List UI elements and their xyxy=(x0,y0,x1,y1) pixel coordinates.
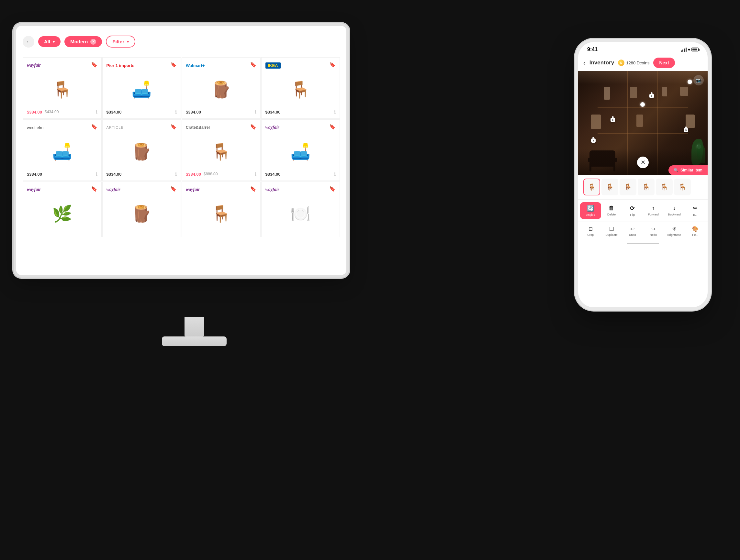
chevron-down-icon: ▾ xyxy=(127,39,129,44)
product-card[interactable]: IKEA 🔖 🪑 $334.00 ℹ xyxy=(261,57,340,119)
product-card[interactable]: ARTICLE. 🔖 🪵 $334.00 ℹ xyxy=(102,119,181,181)
info-icon[interactable]: ℹ xyxy=(96,172,97,177)
bookmark-icon[interactable]: 🔖 xyxy=(91,186,97,192)
edit-tool[interactable]: ✏ E... xyxy=(685,202,706,219)
camera-button[interactable]: 📷 xyxy=(693,75,704,85)
bookmark-icon[interactable]: 🔖 xyxy=(250,186,256,192)
info-icon[interactable]: ℹ xyxy=(96,109,97,115)
product-image: 🪑 xyxy=(265,72,336,107)
filter-all[interactable]: All ▾ xyxy=(38,36,61,47)
status-time: 9:41 xyxy=(587,46,597,52)
bookmark-icon[interactable]: 🔖 xyxy=(250,124,256,130)
brand-logo: west elm xyxy=(27,124,97,131)
product-image: 🌿 xyxy=(27,196,97,232)
bookmark-icon[interactable]: 🔖 xyxy=(329,186,336,192)
redo-tool[interactable]: ↪ Redo xyxy=(643,224,664,238)
bookmark-icon[interactable]: 🔖 xyxy=(329,124,336,130)
info-icon[interactable]: ℹ xyxy=(175,109,177,115)
backward-icon: ↓ xyxy=(673,205,676,212)
edit-label: E... xyxy=(693,213,698,216)
brand-logo: wayfair xyxy=(27,186,97,194)
monitor-stand xyxy=(162,317,226,346)
back-button[interactable]: ← xyxy=(23,36,34,47)
close-button[interactable]: ✕ xyxy=(637,156,649,168)
similar-item-label: Similar item xyxy=(680,168,703,173)
info-icon[interactable]: ℹ xyxy=(255,109,256,115)
dcoins-badge: D 1280 Dcoins xyxy=(618,60,649,66)
filter-modern[interactable]: Modern ✕ xyxy=(65,36,102,47)
product-card[interactable]: wayfair 🔖 🪑 xyxy=(182,182,261,237)
brand-logo: IKEA xyxy=(265,62,336,69)
bookmark-icon[interactable]: 🔖 xyxy=(91,62,97,68)
sale-price: $334.00 xyxy=(186,172,201,177)
bookmark-icon[interactable]: 🔖 xyxy=(170,124,177,130)
original-price: $434.00 xyxy=(45,110,59,114)
bookmark-icon[interactable]: 🔖 xyxy=(170,62,177,68)
page-title: Inventory xyxy=(589,60,615,66)
flip-icon: ⟳ xyxy=(630,205,635,212)
brand-logo: wayfair xyxy=(265,186,336,194)
brand-logo: Crate&Barrel xyxy=(186,124,256,131)
back-button[interactable]: ‹ xyxy=(583,59,585,67)
redo-icon: ↪ xyxy=(651,226,655,232)
room-image: $ $ $ $ xyxy=(578,71,708,175)
price: $334.00 xyxy=(106,110,122,115)
bookmark-icon[interactable]: 🔖 xyxy=(170,186,177,192)
dot-marker xyxy=(640,102,645,107)
forward-tool[interactable]: ↑ Forward xyxy=(643,202,664,219)
flip-tool[interactable]: ⟳ Flip xyxy=(622,202,643,219)
bookmark-icon[interactable]: 🔖 xyxy=(329,62,336,68)
product-image: 🛋️ xyxy=(27,134,97,170)
sale-price: $334.00 xyxy=(27,110,42,115)
product-card[interactable]: Walmart+ 🔖 🪵 $334.00 ℹ xyxy=(182,57,261,119)
product-card[interactable]: wayfair 🔖 🌿 xyxy=(23,182,102,237)
delete-tool[interactable]: 🗑 Delete xyxy=(601,202,622,219)
filter-dropdown[interactable]: Filter ▾ xyxy=(106,35,135,47)
angles-tool[interactable]: 🔄 Angles xyxy=(580,202,601,219)
brand-logo: wayfair xyxy=(265,124,336,131)
product-card[interactable]: wayfair 🔖 🍽️ xyxy=(261,182,340,237)
info-icon[interactable]: ℹ xyxy=(175,172,177,177)
product-card[interactable]: wayfair 🔖 🪑 $334.00 $434.00 ℹ xyxy=(23,57,102,119)
toolbar-secondary: ⊡ Crop ❑ Duplicate ↩ Undo ↪ Redo ☀ Brigh… xyxy=(578,222,708,240)
close-icon[interactable]: ✕ xyxy=(90,39,96,45)
chair-thumb-1[interactable]: 🪑 xyxy=(583,179,600,195)
pe-label: Pe... xyxy=(692,233,698,236)
product-card[interactable]: west elm 🔖 🛋️ $334.00 ℹ xyxy=(23,119,102,181)
price-row: $334.00 $434.00 ℹ xyxy=(27,109,97,115)
duplicate-tool[interactable]: ❑ Duplicate xyxy=(601,224,622,238)
product-card[interactable]: wayfair 🔖 🪵 xyxy=(102,182,181,237)
crop-tool[interactable]: ⊡ Crop xyxy=(580,224,601,238)
backward-tool[interactable]: ↓ Backward xyxy=(664,202,685,219)
product-image: 🪵 xyxy=(106,196,177,232)
room-background: $ $ $ $ xyxy=(578,71,708,175)
phone-bottom xyxy=(578,240,708,247)
product-card[interactable]: Crate&Barrel 🔖 🪑 $334.00 $888.00 ℹ xyxy=(182,119,261,181)
product-card[interactable]: Pier 1 imports 🔖 🛋️ $334.00 ℹ xyxy=(102,57,181,119)
undo-label: Undo xyxy=(629,233,636,236)
chair-thumb-2[interactable]: 🪑 xyxy=(602,179,618,195)
info-icon[interactable]: ℹ xyxy=(334,172,336,177)
bookmark-icon[interactable]: 🔖 xyxy=(250,62,256,68)
next-button[interactable]: Next xyxy=(653,58,675,68)
crop-icon: ⊡ xyxy=(588,226,593,232)
chair-thumb-4[interactable]: 🪑 xyxy=(638,179,655,195)
pe-tool[interactable]: 🎨 Pe... xyxy=(685,224,706,238)
price: $334.00 xyxy=(106,172,122,177)
undo-tool[interactable]: ↩ Undo xyxy=(622,224,643,238)
brightness-tool[interactable]: ☀ Brightness xyxy=(664,224,685,238)
chair-thumb-6[interactable]: 🪑 xyxy=(674,179,691,195)
product-grid: wayfair 🔖 🪑 $334.00 $434.00 ℹ Pier 1 imp… xyxy=(23,57,340,237)
similar-item-button[interactable]: 🔍 Similar item xyxy=(668,165,708,175)
price-row: $334.00 ℹ xyxy=(106,172,177,177)
info-icon[interactable]: ℹ xyxy=(334,109,336,115)
price: $334.00 xyxy=(265,110,281,115)
chair-thumb-5[interactable]: 🪑 xyxy=(656,179,673,195)
chair-thumb-3[interactable]: 🪑 xyxy=(620,179,636,195)
info-icon[interactable]: ℹ xyxy=(255,172,256,177)
product-card[interactable]: wayfair 🔖 🛋️ $334.00 ℹ xyxy=(261,119,340,181)
duplicate-icon: ❑ xyxy=(609,226,614,232)
forward-icon: ↑ xyxy=(652,205,655,212)
bookmark-icon[interactable]: 🔖 xyxy=(91,124,97,130)
search-icon: 🔍 xyxy=(674,168,678,173)
